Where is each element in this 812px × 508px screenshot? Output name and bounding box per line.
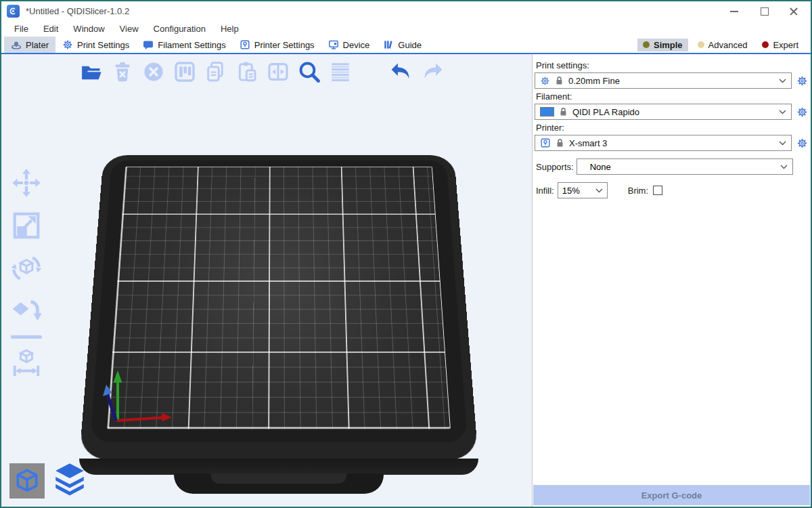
viewport-3d[interactable] xyxy=(1,54,533,507)
search-icon xyxy=(297,60,321,84)
menu-configuration[interactable]: Configuration xyxy=(146,24,213,34)
open-button[interactable] xyxy=(77,58,106,86)
minimize-button[interactable] xyxy=(729,6,739,16)
bed-handle-notch xyxy=(211,473,346,484)
variable-layer-height-button[interactable] xyxy=(326,58,355,86)
brim-checkbox[interactable] xyxy=(653,186,662,195)
bed-front-face xyxy=(79,459,478,475)
mode-simple[interactable]: Simple xyxy=(637,39,688,51)
filament-value: QIDI PLA Rapido xyxy=(572,107,774,117)
menu-help[interactable]: Help xyxy=(213,24,246,34)
undo-icon xyxy=(389,60,413,84)
menu-bar: File Edit Window View Configuration Help xyxy=(1,20,811,37)
redo-icon xyxy=(420,60,445,84)
printer-icon xyxy=(240,39,250,50)
split-view-icon xyxy=(267,60,290,83)
settings-panel: Print settings: xyxy=(533,54,811,507)
chevron-down-icon xyxy=(779,141,786,146)
rotate-icon xyxy=(11,253,42,284)
supports-combo[interactable]: None xyxy=(577,158,793,175)
menu-file[interactable]: File xyxy=(7,24,36,34)
gear-icon xyxy=(796,106,808,118)
copy-button[interactable] xyxy=(202,58,230,86)
app-window: *Untitled - QIDISlicer-1.0.2 File Edit W… xyxy=(0,0,812,508)
chevron-down-icon xyxy=(595,188,603,193)
window-title: *Untitled - QIDISlicer-1.0.2 xyxy=(26,6,129,16)
simple-dot-icon xyxy=(643,41,650,48)
tab-printer-settings[interactable]: Printer Settings xyxy=(233,37,321,53)
undo-button[interactable] xyxy=(387,58,415,86)
tab-bar: Plater Print Settings xyxy=(1,37,811,54)
mode-selector: Simple Advanced Expert xyxy=(637,37,811,53)
copy-icon xyxy=(204,60,227,83)
close-button[interactable] xyxy=(789,6,798,16)
redo-button[interactable] xyxy=(418,58,447,86)
delete-all-icon xyxy=(142,60,165,83)
chevron-down-icon xyxy=(779,79,786,83)
tab-plater-label: Plater xyxy=(26,40,49,50)
mode-simple-label: Simple xyxy=(654,40,683,50)
filament-gear-button[interactable] xyxy=(795,105,809,119)
measure-icon xyxy=(11,347,42,379)
tab-device[interactable]: Device xyxy=(321,37,377,53)
tab-filament-settings-label: Filament Settings xyxy=(158,40,225,50)
tab-filament-settings[interactable]: Filament Settings xyxy=(136,37,232,53)
gear-icon xyxy=(796,75,808,87)
menu-view[interactable]: View xyxy=(112,24,146,34)
place-on-face-button[interactable] xyxy=(8,293,45,329)
delete-button[interactable] xyxy=(108,58,137,86)
open-folder-icon xyxy=(80,60,103,83)
printer-value: X-smart 3 xyxy=(569,138,774,148)
gear-icon xyxy=(540,76,550,86)
search-button[interactable] xyxy=(295,58,323,86)
chevron-down-icon xyxy=(780,165,788,169)
tab-plater[interactable]: Plater xyxy=(4,37,55,53)
scale-button[interactable] xyxy=(8,207,45,244)
3d-editor-view-button[interactable] xyxy=(9,463,45,499)
maximize-button[interactable] xyxy=(759,6,769,16)
filament-label: Filament: xyxy=(536,91,809,102)
move-icon xyxy=(11,167,42,198)
tab-print-settings[interactable]: Print Settings xyxy=(55,37,136,53)
preview-layers-button[interactable] xyxy=(50,459,89,499)
tab-device-label: Device xyxy=(343,40,370,50)
print-bed[interactable] xyxy=(69,107,489,507)
delete-all-button[interactable] xyxy=(139,58,168,86)
infill-combo[interactable]: 15% xyxy=(558,182,608,198)
print-settings-gear-button[interactable] xyxy=(795,74,809,87)
tab-guide[interactable]: Guide xyxy=(376,37,428,53)
mode-advanced[interactable]: Advanced xyxy=(692,39,753,51)
app-logo-icon xyxy=(7,5,20,18)
tab-print-settings-label: Print Settings xyxy=(77,40,129,50)
menu-edit[interactable]: Edit xyxy=(36,24,66,34)
print-settings-combo[interactable]: 0.20mm Fine xyxy=(535,72,792,89)
gizmo-separator xyxy=(11,335,42,339)
lock-icon xyxy=(555,76,564,85)
mode-advanced-label: Advanced xyxy=(708,40,748,50)
printer-combo[interactable]: X-smart 3 xyxy=(535,135,792,151)
supports-value: None xyxy=(590,162,780,172)
lock-icon xyxy=(559,107,568,117)
move-button[interactable] xyxy=(8,165,45,201)
filament-color-swatch xyxy=(540,107,554,117)
arrange-button[interactable] xyxy=(171,58,199,86)
measure-button[interactable] xyxy=(8,345,45,381)
filament-combo[interactable]: QIDI PLA Rapido xyxy=(535,104,792,120)
rotate-button[interactable] xyxy=(8,250,45,287)
menu-window[interactable]: Window xyxy=(66,24,112,34)
printer-label: Printer: xyxy=(536,123,809,133)
printer-gear-button[interactable] xyxy=(795,136,809,150)
mode-expert[interactable]: Expert xyxy=(757,39,804,51)
paste-icon xyxy=(235,60,258,83)
plater-icon xyxy=(11,39,22,50)
gear-icon xyxy=(796,137,808,149)
mode-expert-label: Expert xyxy=(773,40,798,50)
paste-button[interactable] xyxy=(233,58,261,86)
view-toggles xyxy=(9,459,89,499)
layer-list-icon xyxy=(329,60,352,83)
split-objects-button[interactable] xyxy=(264,58,292,86)
arrange-icon xyxy=(173,60,196,83)
gizmo-toolbar xyxy=(7,165,46,381)
print-settings-value: 0.20mm Fine xyxy=(568,76,774,86)
export-gcode-button[interactable]: Export G-code xyxy=(533,485,810,505)
